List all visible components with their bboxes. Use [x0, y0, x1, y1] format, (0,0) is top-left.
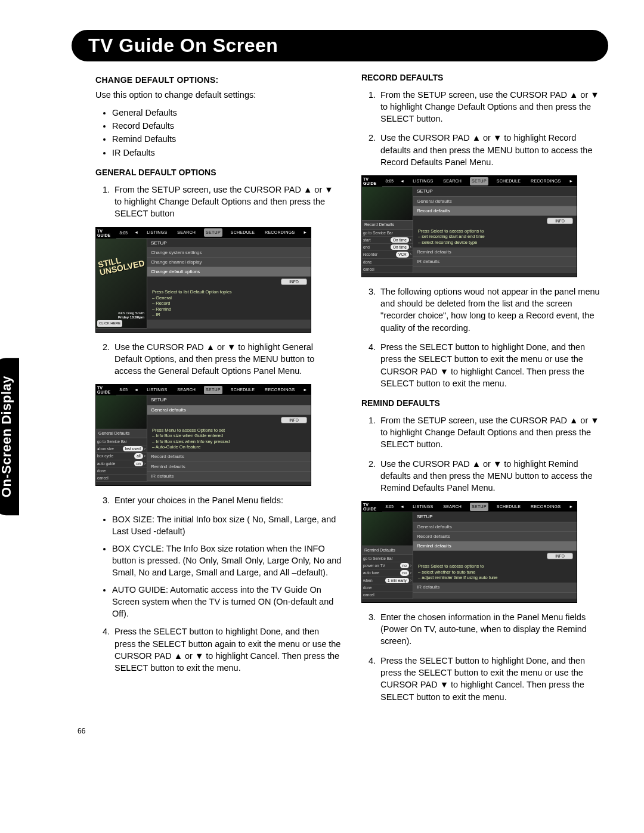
- click-here-badge: CLICK HERE: [97, 320, 122, 326]
- step-4: Press the SELECT button to highlight Don…: [378, 341, 608, 389]
- general-default-steps-2: Use the CURSOR PAD ▲ or ▼ to highlight G…: [95, 341, 342, 377]
- screenshot-record-defaults: TV GUIDE 8:05◄ LISTINGS SEARCH SETUP SCH…: [361, 175, 577, 277]
- list-item: IR Defaults: [112, 147, 342, 159]
- down-arrow-icon: ▼: [440, 367, 448, 376]
- up-arrow-icon: ▲: [304, 185, 312, 194]
- down-arrow-icon: ▼: [590, 90, 599, 100]
- step-1: From the SETUP screen, use the CURSOR PA…: [378, 414, 608, 451]
- manual-page: TV Guide On Screen On-Screen Display CHA…: [0, 0, 644, 746]
- remind-defaults-steps: From the SETUP screen, use the CURSOR PA…: [361, 414, 608, 494]
- record-defaults-steps: From the SETUP screen, use the CURSOR PA…: [361, 89, 608, 169]
- panel-fields-list: BOX SIZE: The initial Info box size ( No…: [95, 513, 342, 620]
- chapter-title: TV Guide On Screen: [88, 35, 592, 57]
- list-item: General Defaults: [112, 107, 342, 119]
- list-item: AUTO GUIDE: Automatic access into the TV…: [112, 584, 342, 620]
- record-defaults-steps-cont: The following options woud not appear in…: [361, 286, 608, 389]
- screenshot-remind-defaults: TV GUIDE 8:05◄ LISTINGS SEARCH SETUP SCH…: [361, 501, 577, 602]
- record-defaults-title: RECORD DEFAULTS: [361, 72, 608, 84]
- down-arrow-icon: ▼: [227, 342, 236, 352]
- down-arrow-icon: ▼: [590, 416, 599, 425]
- general-default-title: GENERAL DEFAULT OPTIONS: [95, 167, 342, 179]
- up-arrow-icon: ▲: [472, 133, 481, 143]
- step-2: Use the CURSOR PAD ▲ or ▼ to highlight R…: [378, 132, 608, 168]
- remind-defaults-steps-cont: Enter the chosen information in the Pane…: [361, 611, 608, 703]
- step-4: Press the SELECT button to highlight Don…: [112, 625, 342, 674]
- list-item: Record Defaults: [112, 120, 342, 132]
- up-arrow-icon: ▲: [569, 416, 578, 425]
- step-1: From the SETUP screen, use the CURSOR PA…: [378, 89, 608, 125]
- step-3: Enter your choices in the Panel Menu fie…: [112, 494, 342, 506]
- guide-tabs: 8:05 ◄ LISTINGS SEARCH SETUP SCHEDULE RE…: [116, 228, 311, 239]
- section-tab: On-Screen Display: [0, 358, 19, 515]
- left-column: CHANGE DEFAULT OPTIONS: Use this option …: [95, 72, 342, 710]
- general-default-steps-3: Enter your choices in the Panel Menu fie…: [95, 494, 342, 506]
- step-3: The following options woud not appear in…: [378, 286, 608, 334]
- down-arrow-icon: ▼: [324, 185, 333, 194]
- promo-thumbnail: [362, 187, 413, 221]
- step-3: Enter the chosen information in the Pane…: [378, 611, 608, 648]
- screenshot-change-default: TV GUIDE 8:05 ◄ LISTINGS SEARCH SETUP SC…: [95, 227, 311, 333]
- chapter-title-bar: TV Guide On Screen: [72, 30, 608, 61]
- screenshot-general-defaults: TV GUIDE 8:05◄ LISTINGS SEARCH SETUP SCH…: [95, 384, 311, 485]
- up-arrow-icon: ▲: [472, 459, 481, 469]
- list-item: Remind Defaults: [112, 133, 342, 145]
- list-item: BOX CYCLE: The Info Box size rotation wh…: [112, 543, 342, 579]
- info-badge: INFO: [281, 278, 307, 285]
- step-4: Press the SELECT button to highlight Don…: [378, 655, 608, 703]
- up-arrow-icon: ▲: [174, 651, 182, 661]
- up-arrow-icon: ▲: [206, 342, 215, 352]
- down-arrow-icon: ▼: [195, 651, 203, 661]
- up-arrow-icon: ▲: [569, 90, 578, 100]
- down-arrow-icon: ▼: [493, 133, 501, 143]
- right-column: RECORD DEFAULTS From the SETUP screen, u…: [361, 72, 608, 710]
- down-arrow-icon: ▼: [493, 459, 501, 469]
- change-default-intro: Use this option to change default settin…: [95, 89, 342, 101]
- general-default-steps-4: Press the SELECT button to highlight Don…: [95, 625, 342, 674]
- change-default-bullets: General Defaults Record Defaults Remind …: [95, 107, 342, 159]
- promo-thumbnail: STILLUNSOLVED with Craig SmithFriday 10:…: [96, 239, 147, 329]
- step-2: Use the CURSOR PAD ▲ or ▼ to highlight G…: [112, 341, 342, 377]
- step-1: From the SETUP screen, use the CURSOR PA…: [112, 184, 342, 220]
- down-arrow-icon: ▼: [440, 680, 448, 689]
- change-default-title: CHANGE DEFAULT OPTIONS:: [95, 75, 342, 86]
- content-columns: CHANGE DEFAULT OPTIONS: Use this option …: [95, 72, 608, 710]
- remind-defaults-title: REMIND DEFAULTS: [361, 398, 608, 410]
- promo-thumbnail: [96, 395, 147, 429]
- tvguide-logo: TV GUIDE: [96, 228, 116, 239]
- general-default-steps: From the SETUP screen, use the CURSOR PA…: [95, 184, 342, 220]
- page-number: 66: [78, 727, 85, 735]
- promo-thumbnail: [362, 512, 413, 546]
- step-2: Use the CURSOR PAD ▲ or ▼ to highlight R…: [378, 458, 608, 494]
- list-item: BOX SIZE: The initial Info box size ( No…: [112, 513, 342, 538]
